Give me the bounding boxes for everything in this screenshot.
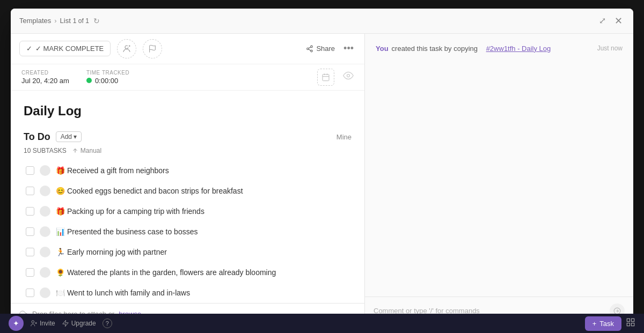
created-meta: CREATED Jul 20, 4:20 am	[21, 70, 69, 85]
share-button[interactable]: Share	[306, 45, 335, 53]
svg-rect-23	[627, 323, 630, 326]
eye-icon[interactable]	[343, 70, 354, 84]
activity-action: created this task by copying	[392, 45, 478, 53]
subtask-text: 🌻 Watered the plants in the garden, flow…	[56, 268, 276, 277]
check-icon: ✓	[26, 45, 32, 53]
svg-point-17	[32, 321, 34, 323]
add-label: Add	[61, 133, 72, 140]
task-toolbar: ✓ ✓ MARK COMPLETE	[11, 34, 364, 64]
breadcrumb: Templates › List 1 of 1 ↻	[19, 17, 100, 25]
svg-rect-24	[632, 323, 634, 326]
subtasks-info: 10 SUBTASKS Manual	[24, 147, 352, 154]
time-tracked-meta: TIME TRACKED 0:00:00	[86, 70, 129, 85]
help-button[interactable]: ?	[103, 319, 112, 328]
svg-point-6	[307, 48, 309, 50]
more-options-button[interactable]: •••	[341, 41, 356, 56]
activity-you: You	[376, 45, 389, 53]
logo-button[interactable]: ✦	[9, 316, 24, 331]
subtask-checkbox-6[interactable]	[26, 268, 34, 277]
subtask-text: 🏃 Early morning jog with partner	[56, 248, 167, 256]
grid-icon[interactable]	[626, 317, 635, 329]
table-row[interactable]: 🎁 Received a gift from neighbors	[24, 161, 352, 180]
avatar	[40, 226, 50, 237]
activity-feed: You created this task by copying #2ww1tf…	[365, 34, 633, 297]
task-modal: Templates › List 1 of 1 ↻ ⤢ ✕ ✓ ✓ MARK C…	[11, 9, 633, 325]
subtask-text: 😊 Cooked eggs benedict and bacon strips …	[56, 187, 243, 195]
subtask-text: 🍽️ Went to lunch with family and in-laws	[56, 288, 190, 297]
assign-user-icon[interactable]	[117, 39, 136, 58]
section-header: To Do Add ▾ Mine	[24, 131, 352, 143]
task-content: Daily Log To Do Add ▾ Mine 10 SUBTASKS	[11, 91, 364, 303]
new-task-button[interactable]: + Task	[585, 316, 621, 331]
plus-icon: +	[592, 320, 597, 328]
upgrade-label: Upgrade	[71, 320, 96, 327]
help-label: ?	[106, 320, 109, 327]
modal-header: Templates › List 1 of 1 ↻ ⤢ ✕	[11, 9, 633, 34]
left-panel: ✓ ✓ MARK COMPLETE	[11, 34, 365, 325]
subtask-checkbox-3[interactable]	[26, 207, 34, 216]
bottom-bar-right: + Task	[585, 316, 635, 331]
avatar	[40, 165, 50, 176]
avatar	[40, 247, 50, 257]
share-label: Share	[316, 45, 335, 53]
subtask-text: 📊 Presented the business case to bosses	[56, 227, 197, 236]
breadcrumb-list[interactable]: List	[60, 17, 71, 25]
table-row[interactable]: 📊 Presented the business case to bosses	[24, 222, 352, 241]
add-button[interactable]: Add ▾	[56, 131, 82, 142]
activity-link[interactable]: #2ww1tfh - Daily Log	[486, 45, 551, 53]
subtask-count: 10 SUBTASKS	[24, 147, 67, 154]
subtask-text: 🎁 Received a gift from neighbors	[56, 166, 169, 175]
svg-marker-20	[62, 320, 68, 327]
svg-point-7	[311, 50, 313, 52]
task-title[interactable]: Daily Log	[24, 103, 352, 119]
svg-rect-21	[627, 319, 630, 321]
chevron-down-icon: ▾	[74, 133, 77, 140]
expand-button[interactable]: ⤢	[599, 16, 606, 26]
table-row[interactable]: 🌻 Watered the plants in the garden, flow…	[24, 263, 352, 282]
breadcrumb-page: 1 of 1	[73, 17, 89, 25]
table-row[interactable]: 😊 Cooked eggs benedict and bacon strips …	[24, 181, 352, 201]
meta-right-actions	[317, 69, 354, 86]
invite-label: Invite	[40, 320, 55, 327]
created-label: CREATED	[21, 70, 69, 76]
activity-time: Just now	[597, 45, 623, 52]
upgrade-button[interactable]: Upgrade	[62, 320, 96, 327]
time-tracked-value: 0:00:00	[95, 77, 118, 85]
svg-point-12	[347, 75, 350, 77]
sort-control[interactable]: Manual	[72, 147, 101, 154]
timer-dot	[86, 78, 92, 83]
table-row[interactable]: 🎁 Packing up for a camping trip with fri…	[24, 202, 352, 221]
created-value: Jul 20, 4:20 am	[21, 77, 69, 85]
subtask-checkbox-4[interactable]	[26, 227, 34, 236]
close-button[interactable]: ✕	[612, 13, 625, 29]
bottom-bar-left: ✦ Invite Upgrade ?	[9, 316, 112, 331]
subtask-list: 🎁 Received a gift from neighbors 😊 Cooke…	[24, 161, 352, 303]
subtask-checkbox-7[interactable]	[26, 288, 34, 297]
star-icon: ✦	[13, 319, 19, 328]
avatar	[40, 186, 50, 196]
svg-rect-22	[632, 319, 634, 321]
calendar-button[interactable]	[317, 69, 334, 86]
subtask-checkbox-5[interactable]	[26, 248, 34, 256]
time-tracked-value-container: 0:00:00	[86, 77, 129, 85]
subtask-text: 🎁 Packing up for a camping trip with fri…	[56, 207, 204, 216]
refresh-icon[interactable]: ↻	[93, 17, 100, 25]
app-logo[interactable]: ✦	[9, 316, 24, 331]
breadcrumb-sep1: ›	[54, 17, 56, 25]
modal-body: ✓ ✓ MARK COMPLETE	[11, 34, 633, 325]
breadcrumb-templates[interactable]: Templates	[19, 17, 51, 25]
flag-icon[interactable]	[143, 39, 162, 58]
sort-label: Manual	[80, 147, 101, 154]
modal-overlay: Templates › List 1 of 1 ↻ ⤢ ✕ ✓ ✓ MARK C…	[0, 0, 644, 333]
time-tracked-label: TIME TRACKED	[86, 70, 129, 76]
table-row[interactable]: 🏃 Early morning jog with partner	[24, 242, 352, 262]
subtask-checkbox-1[interactable]	[26, 166, 34, 175]
bottom-bar: ✦ Invite Upgrade ? + Task	[0, 314, 644, 333]
invite-button[interactable]: Invite	[30, 320, 55, 327]
svg-point-5	[311, 46, 313, 48]
more-label: •••	[343, 43, 354, 54]
table-row[interactable]: 🍽️ Went to lunch with family and in-laws	[24, 283, 352, 302]
mark-complete-label: ✓ MARK COMPLETE	[35, 45, 104, 53]
mark-complete-button[interactable]: ✓ ✓ MARK COMPLETE	[19, 41, 111, 56]
subtask-checkbox-2[interactable]	[26, 187, 34, 195]
